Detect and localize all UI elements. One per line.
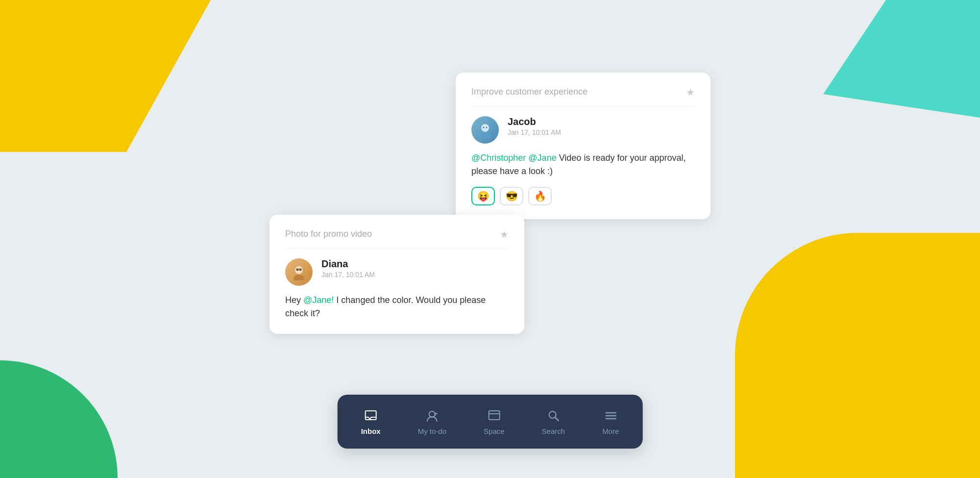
nav-item-space[interactable]: Space [465,395,523,449]
card-improve-customer: Improve customer experience ★ Jacob Jan … [456,73,710,219]
card1-star[interactable]: ★ [686,86,695,98]
card1-sender: Jacob [508,116,561,127]
card1-time: Jan 17, 10:01 AM [508,128,561,136]
jacob-avatar-icon [477,122,493,138]
card1-mention1: @Christopher [471,153,526,163]
nav-label-todo: My to-do [418,427,446,435]
diana-avatar [285,258,313,286]
card2-sender: Diana [321,258,375,270]
card2-time: Jan 17, 10:01 AM [321,271,375,278]
nav-item-inbox[interactable]: Inbox [343,395,399,449]
svg-point-0 [481,124,489,132]
reaction-btn-2[interactable]: 🔥 [528,187,552,205]
nav-label-search: Search [542,427,565,435]
card1-reactions: 😝 😎 🔥 [471,187,695,205]
nav-item-todo[interactable]: My to-do [399,395,465,449]
svg-point-1 [480,132,490,138]
card1-mention2: @Jane [528,153,556,163]
svg-line-18 [555,417,559,421]
card1-title: Improve customer experience [471,87,588,97]
card2-title: Photo for promo video [285,229,372,239]
card1-meta: Jacob Jan 17, 10:01 AM [508,116,561,136]
card2-body: Hey @Jane! I changed the color. Would yo… [285,294,509,320]
card2-star[interactable]: ★ [500,228,509,240]
more-icon [603,408,618,423]
search-icon [546,408,561,423]
card2-message-row: Diana Jan 17, 10:01 AM [285,258,509,286]
jacob-avatar [471,116,499,144]
svg-rect-15 [489,411,499,420]
nav-label-space: Space [484,427,505,435]
space-icon [487,408,501,423]
nav-label-more: More [602,427,619,435]
nav-label-inbox: Inbox [361,427,381,435]
content-area: Improve customer experience ★ Jacob Jan … [0,0,980,478]
inbox-icon [364,408,378,423]
card1-body: @Christopher @Jane Video is ready for yo… [471,151,695,178]
svg-point-2 [483,126,485,128]
card2-meta: Diana Jan 17, 10:01 AM [321,258,375,278]
nav-item-more[interactable]: More [584,395,637,449]
card-photo-promo: Photo for promo video ★ [270,215,524,334]
diana-avatar-icon [291,264,307,280]
cards-container: Improve customer experience ★ Jacob Jan … [270,73,710,406]
svg-point-5 [294,275,304,280]
svg-point-3 [486,126,488,128]
todo-icon [425,408,440,423]
nav-item-search[interactable]: Search [523,395,584,449]
card2-header: Photo for promo video ★ [285,228,509,249]
reaction-btn-0[interactable]: 😝 [471,187,495,205]
card2-mention: @Jane! [303,295,334,305]
reaction-btn-1[interactable]: 😎 [500,187,523,205]
card2-message-before: Hey [285,295,303,305]
card1-message-row: Jacob Jan 17, 10:01 AM [471,116,695,144]
card1-header: Improve customer experience ★ [471,86,695,106]
bottom-nav: Inbox My to-do Space [338,395,643,449]
